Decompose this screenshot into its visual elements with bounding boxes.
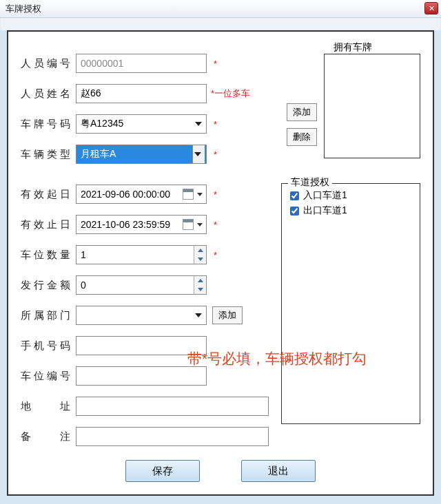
required-star: *: [214, 119, 217, 129]
required-star: *: [214, 220, 217, 230]
required-star: *: [214, 59, 217, 69]
issue-amount-value: 0: [81, 280, 194, 291]
owned-plates-legend: 拥有车牌: [331, 41, 375, 54]
valid-to-picker[interactable]: 2021-10-06 23:59:59: [76, 215, 207, 234]
lane-auth-legend: 车道授权: [288, 176, 332, 189]
issue-amount-stepper[interactable]: 0: [76, 275, 207, 295]
lane-item: 入口车道1: [287, 188, 414, 203]
lane-checkbox-exit1[interactable]: [290, 207, 299, 216]
department-combo[interactable]: [76, 306, 207, 325]
chevron-down-icon: [195, 122, 202, 126]
label-valid-to: 有效止日: [21, 218, 70, 231]
person-name-field[interactable]: [76, 84, 207, 103]
window-title: 车牌授权: [6, 3, 41, 15]
chevron-down-icon: [194, 152, 201, 156]
lane-item: 出口车道1: [287, 203, 414, 218]
owned-plates-list[interactable]: [324, 54, 420, 158]
titlebar: 车牌授权 ✕: [0, 0, 441, 18]
remark-field[interactable]: [76, 427, 269, 446]
label-plate-no: 车牌号码: [21, 118, 70, 131]
chevron-down-icon: [197, 223, 203, 227]
lane-auth-list: 入口车道1 出口车道1: [281, 183, 420, 424]
vehicle-type-combo[interactable]: 月租车A: [76, 145, 207, 164]
vehicle-type-value: 月租车A: [81, 148, 116, 160]
window-frame: 人员编号 * 人员姓名 *一位多车 车牌号码 粤A12345: [7, 30, 434, 496]
label-valid-from: 有效起日: [21, 188, 70, 201]
space-id-field[interactable]: [76, 366, 207, 386]
label-vehicle-type: 车辆类型: [21, 148, 70, 161]
lane-label: 出口车道1: [303, 204, 347, 217]
step-down-icon[interactable]: [194, 285, 206, 294]
label-space-count: 车位数量: [21, 249, 70, 262]
required-star: *: [214, 149, 217, 160]
space-count-value: 1: [81, 249, 194, 260]
label-issue-amount: 发行金额: [21, 279, 70, 292]
label-phone: 手机号码: [21, 339, 70, 353]
label-space-id: 车位编号: [21, 370, 70, 383]
lane-checkbox-entry1[interactable]: [290, 191, 299, 200]
lane-label: 入口车道1: [303, 189, 347, 202]
valid-from-value: 2021-09-06 00:00:00: [81, 189, 183, 200]
label-person-name: 人员姓名: [21, 87, 70, 101]
label-address: 地 址: [21, 400, 70, 413]
chevron-down-icon: [197, 193, 203, 196]
chevron-down-icon: [195, 313, 202, 317]
plate-no-value: 粤A12345: [81, 118, 123, 130]
valid-from-picker[interactable]: 2021-09-06 00:00:00: [76, 185, 207, 204]
required-star: *: [214, 189, 217, 200]
add-department-button[interactable]: 添加: [212, 306, 243, 324]
delete-plate-button[interactable]: 删除: [287, 128, 317, 146]
phone-field[interactable]: [76, 336, 207, 355]
required-star: *: [214, 250, 217, 260]
address-field[interactable]: [76, 397, 269, 416]
label-person-id: 人员编号: [21, 57, 70, 70]
blur-strip: [0, 18, 441, 30]
space-count-stepper[interactable]: 1: [76, 245, 207, 264]
plate-no-combo[interactable]: 粤A12345: [76, 114, 207, 134]
calendar-icon: [183, 219, 194, 230]
label-remark: 备 注: [21, 430, 70, 443]
step-up-icon[interactable]: [194, 246, 206, 255]
one-person-many-cars: *一位多车: [211, 87, 250, 100]
exit-button[interactable]: 退出: [241, 460, 316, 482]
person-id-field[interactable]: [76, 54, 207, 73]
step-up-icon[interactable]: [194, 276, 206, 285]
add-plate-button[interactable]: 添加: [287, 103, 317, 121]
calendar-icon: [183, 189, 194, 200]
close-icon[interactable]: ✕: [424, 2, 438, 14]
step-down-icon[interactable]: [194, 255, 206, 264]
save-button[interactable]: 保存: [125, 460, 200, 482]
label-department: 所属部门: [21, 309, 70, 322]
valid-to-value: 2021-10-06 23:59:59: [81, 219, 183, 230]
